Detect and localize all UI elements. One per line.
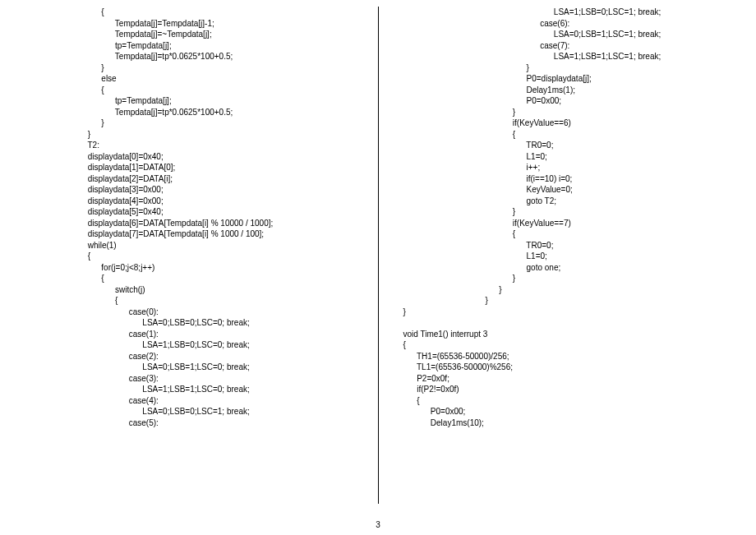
code-block-right: LSA=1;LSB=0;LSC=1; break; case(6): LSA=0… — [387, 7, 749, 428]
left-column: { Tempdata[j]=Tempdata[j]-1; Tempdata[j]… — [0, 0, 378, 510]
page-container: { Tempdata[j]=Tempdata[j]-1; Tempdata[j]… — [0, 0, 756, 510]
code-block-left: { Tempdata[j]=Tempdata[j]-1; Tempdata[j]… — [8, 7, 370, 428]
right-column: LSA=1;LSB=0;LSC=1; break; case(6): LSA=0… — [379, 0, 757, 510]
page-number: 3 — [0, 519, 756, 531]
